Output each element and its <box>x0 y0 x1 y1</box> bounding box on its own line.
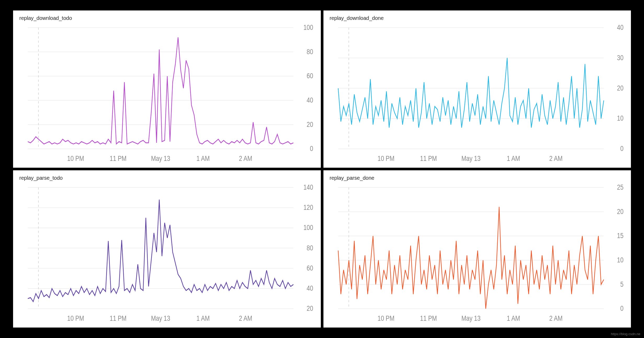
chart-svg: 020406080100 10 PM11 PMMay 131 AM2 AM <box>19 23 315 164</box>
data-series-line <box>28 200 293 302</box>
x-tick-label: 2 AM <box>239 155 252 162</box>
y-tick-label: 40 <box>307 284 313 292</box>
y-tick-label: 40 <box>307 96 313 104</box>
y-tick-label: 0 <box>620 305 623 312</box>
y-tick-label: 20 <box>307 305 313 312</box>
x-tick-label: 1 AM <box>507 155 520 162</box>
y-tick-label: 5 <box>620 280 623 288</box>
y-tick-label: 60 <box>307 72 313 80</box>
data-series-line <box>28 37 293 144</box>
y-tick-label: 20 <box>617 84 623 92</box>
y-tick-label: 140 <box>303 183 313 191</box>
x-tick-label: 11 PM <box>420 155 437 162</box>
y-tick-label: 20 <box>307 121 313 128</box>
chart-svg: 20406080100120140 10 PM11 PMMay 131 AM2 … <box>19 183 315 324</box>
chart-panel-parse-done: replay_parse_done 0510152025 10 PM11 PMM… <box>323 170 631 328</box>
y-tick-label: 10 <box>617 115 623 122</box>
panel-title: replay_parse_todo <box>19 175 315 181</box>
chart-area[interactable]: 20406080100120140 10 PM11 PMMay 131 AM2 … <box>19 183 315 324</box>
chart-svg: 010203040 10 PM11 PMMay 131 AM2 AM <box>329 23 625 164</box>
data-series-line <box>338 207 604 309</box>
y-tick-label: 30 <box>617 54 623 61</box>
y-tick-label: 100 <box>303 224 313 231</box>
data-series-line <box>338 58 604 128</box>
x-tick-label: 10 PM <box>67 155 84 162</box>
chart-panel-dl-todo: replay_download_todo 020406080100 10 PM1… <box>13 10 321 168</box>
y-tick-label: 80 <box>307 244 313 252</box>
x-tick-label: May 13 <box>151 155 170 162</box>
x-tick-label: 2 AM <box>549 314 562 322</box>
x-tick-label: May 13 <box>151 314 170 322</box>
x-tick-label: 1 AM <box>196 314 210 322</box>
dashboard-grid: replay_download_todo 020406080100 10 PM1… <box>0 0 644 338</box>
panel-title: replay_parse_done <box>330 175 625 181</box>
x-tick-label: 11 PM <box>420 314 437 322</box>
y-tick-label: 15 <box>617 232 623 239</box>
y-tick-label: 120 <box>303 204 313 211</box>
y-tick-label: 0 <box>620 145 623 152</box>
chart-area[interactable]: 010203040 10 PM11 PMMay 131 AM2 AM <box>329 23 625 164</box>
y-tick-label: 100 <box>303 24 313 31</box>
x-tick-label: 10 PM <box>67 314 84 322</box>
panel-title: replay_download_done <box>330 15 625 21</box>
x-tick-label: May 13 <box>461 314 480 322</box>
chart-area[interactable]: 0510152025 10 PM11 PMMay 131 AM2 AM <box>329 183 625 324</box>
x-tick-label: 1 AM <box>196 155 210 162</box>
y-tick-label: 80 <box>307 48 313 55</box>
watermark-text: https://blog.csdn.ne <box>611 332 640 336</box>
panel-title: replay_download_todo <box>19 15 315 21</box>
x-tick-label: 11 PM <box>110 314 127 322</box>
chart-panel-parse-todo: replay_parse_todo 20406080100120140 10 P… <box>13 170 321 328</box>
x-tick-label: 11 PM <box>110 155 127 162</box>
x-tick-label: 2 AM <box>239 314 252 322</box>
x-tick-label: 10 PM <box>378 155 394 162</box>
chart-svg: 0510152025 10 PM11 PMMay 131 AM2 AM <box>329 183 625 324</box>
chart-panel-dl-done: replay_download_done 010203040 10 PM11 P… <box>323 10 631 168</box>
chart-area[interactable]: 020406080100 10 PM11 PMMay 131 AM2 AM <box>19 23 315 164</box>
x-tick-label: 2 AM <box>549 155 562 162</box>
x-tick-label: 10 PM <box>378 314 394 322</box>
x-tick-label: 1 AM <box>507 314 520 322</box>
x-tick-label: May 13 <box>461 155 480 162</box>
y-tick-label: 10 <box>617 256 623 264</box>
y-tick-label: 0 <box>310 145 313 152</box>
y-tick-label: 40 <box>617 24 623 31</box>
y-tick-label: 25 <box>617 183 623 191</box>
y-tick-label: 60 <box>307 264 313 272</box>
y-tick-label: 20 <box>617 208 623 215</box>
